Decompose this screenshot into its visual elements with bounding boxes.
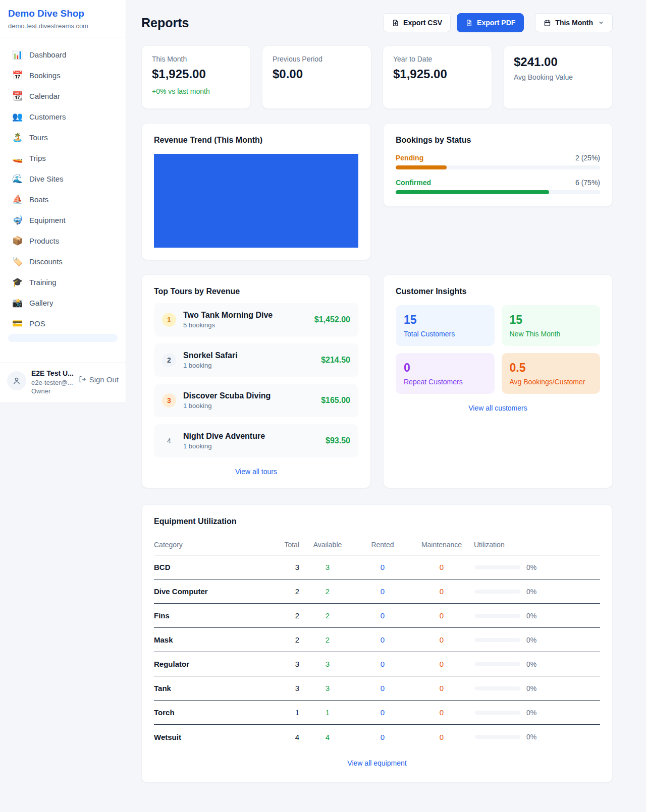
- sidebar-item-label: Discounts: [29, 257, 63, 266]
- utilization-percent: 0%: [526, 660, 536, 668]
- camera-icon: 📸: [12, 298, 22, 308]
- cell-total: 3: [263, 563, 299, 571]
- stat-label: Avg Booking Value: [514, 73, 602, 81]
- utilization-bar-track: [475, 711, 520, 715]
- cell-utilization: 0%: [474, 709, 600, 717]
- file-download-icon: [465, 19, 473, 27]
- cell-total: 3: [263, 660, 299, 668]
- table-row-fins: Fins 2 2 0 0 0%: [154, 604, 600, 628]
- sidebar-item-pos[interactable]: 💳 POS: [4, 313, 122, 334]
- cell-total: 2: [263, 587, 299, 596]
- view-all-tours-link[interactable]: View all tours: [154, 468, 358, 476]
- utilization-percent: 0%: [526, 709, 536, 717]
- stat-label: This Month: [152, 55, 240, 63]
- sidebar-item-equipment[interactable]: 🤿 Equipment: [4, 210, 122, 230]
- cell-total: 3: [263, 684, 299, 692]
- sign-out-button[interactable]: Sign Out: [78, 375, 119, 384]
- cell-maintenance: 0: [409, 660, 474, 668]
- cell-category: Fins: [154, 611, 263, 620]
- charts-row: Revenue Trend (This Month) Bookings by S…: [141, 123, 613, 260]
- sidebar-item-dashboard[interactable]: 📊 Dashboard: [4, 44, 122, 65]
- tour-name: Two Tank Morning Dive: [183, 311, 307, 320]
- cell-available: 4: [299, 733, 356, 741]
- rank-badge: 4: [162, 434, 176, 448]
- sidebar-item-dive-sites[interactable]: 🌊 Dive Sites: [4, 168, 122, 189]
- main-content: Reports Export CSV Export PDF This Month: [126, 0, 646, 803]
- table-row-dive-computer: Dive Computer 2 2 0 0 0%: [154, 579, 600, 604]
- cell-maintenance: 0: [409, 563, 474, 571]
- equipment-utilization-card: Equipment Utilization Category Total Ava…: [141, 504, 613, 783]
- cell-available: 1: [299, 708, 356, 717]
- insight-new-this-month: 15 New This Month: [502, 305, 601, 346]
- cell-category: Mask: [154, 635, 263, 644]
- utilization-percent: 0%: [526, 588, 536, 596]
- export-csv-button[interactable]: Export CSV: [383, 13, 451, 32]
- status-bar-fill-pending: [396, 165, 447, 169]
- sidebar-item-trips[interactable]: 🚤 Trips: [4, 148, 122, 168]
- page-header: Reports Export CSV Export PDF This Month: [141, 13, 613, 32]
- sidebar-item-training[interactable]: 🎓 Training: [4, 272, 122, 293]
- period-dropdown[interactable]: This Month: [535, 13, 613, 32]
- view-all-customers-link[interactable]: View all customers: [396, 404, 600, 412]
- stat-card-this-month: This Month $1,925.00 +0% vs last month: [141, 45, 251, 109]
- cell-category: Tank: [154, 684, 263, 692]
- table-row-tank: Tank 3 3 0 0 0%: [154, 676, 600, 701]
- export-pdf-button[interactable]: Export PDF: [457, 13, 524, 32]
- sidebar-item-label: Dashboard: [29, 50, 66, 59]
- tour-row-4[interactable]: 4 Night Dive Adventure 1 booking $93.50: [154, 424, 358, 457]
- utilization-bar-track: [475, 662, 520, 666]
- sidebar: Demo Dive Shop demo.test.divestreams.com…: [0, 0, 126, 402]
- status-count-pending: 2 (25%): [575, 154, 600, 162]
- table-row-bcd: BCD 3 3 0 0 0%: [154, 555, 600, 579]
- sidebar-item-discounts[interactable]: 🏷️ Discounts: [4, 251, 122, 272]
- sidebar-item-label: POS: [29, 319, 45, 328]
- cell-utilization: 0%: [474, 636, 600, 644]
- cell-total: 4: [263, 733, 299, 741]
- stat-card-year-to-date: Year to Date $1,925.00: [383, 45, 492, 109]
- tour-row-1[interactable]: 1 Two Tank Morning Dive 5 bookings $1,45…: [154, 303, 358, 336]
- cell-rented: 0: [356, 660, 409, 668]
- sidebar-item-reports-active-partial[interactable]: [8, 334, 118, 342]
- trips-speedboat-icon: 🚤: [12, 153, 22, 163]
- rank-badge: 3: [162, 393, 176, 408]
- sign-out-icon: [78, 375, 86, 383]
- tour-row-3[interactable]: 3 Discover Scuba Diving 1 booking $165.0…: [154, 384, 358, 417]
- utilization-bar-track: [475, 614, 520, 618]
- sidebar-item-label: Bookings: [29, 71, 61, 80]
- sidebar-item-bookings[interactable]: 📅 Bookings: [4, 65, 122, 86]
- col-maintenance: Maintenance: [409, 541, 474, 549]
- sidebar-item-boats[interactable]: ⛵ Boats: [4, 189, 122, 210]
- sidebar-item-products[interactable]: 📦 Products: [4, 230, 122, 251]
- equipment-table: Category Total Available Rented Maintena…: [154, 534, 600, 749]
- wave-icon: 🌊: [12, 173, 22, 184]
- sidebar-item-label: Tours: [29, 133, 48, 142]
- status-bar-track: [396, 190, 600, 194]
- rank-badge: 1: [162, 313, 176, 327]
- sidebar-item-customers[interactable]: 👥 Customers: [4, 106, 122, 127]
- user-meta: E2E Test U... e2e-tester@... Owner: [31, 369, 73, 396]
- insight-label: Total Customers: [404, 330, 487, 338]
- stat-label: Year to Date: [393, 55, 481, 63]
- insight-label: Avg Bookings/Customer: [510, 378, 593, 386]
- utilization-percent: 0%: [526, 636, 536, 644]
- credit-card-icon: 💳: [12, 318, 22, 329]
- stat-value: $1,925.00: [152, 67, 240, 81]
- tour-bookings: 1 booking: [183, 362, 314, 369]
- cell-maintenance: 0: [409, 611, 474, 620]
- period-label: This Month: [555, 19, 593, 27]
- file-download-icon: [392, 19, 399, 27]
- sidebar-item-calendar[interactable]: 📆 Calendar: [4, 86, 122, 106]
- sidebar-item-tours[interactable]: 🏝️ Tours: [4, 127, 122, 148]
- insight-value: 15: [510, 313, 593, 327]
- insight-value: 0: [404, 361, 487, 375]
- person-icon: [12, 376, 21, 385]
- tour-revenue: $93.50: [326, 436, 350, 445]
- sidebar-item-gallery[interactable]: 📸 Gallery: [4, 293, 122, 313]
- tour-row-2[interactable]: 2 Snorkel Safari 1 booking $214.50: [154, 343, 358, 377]
- cell-rented: 0: [356, 587, 409, 596]
- insight-avg-bookings: 0.5 Avg Bookings/Customer: [502, 353, 601, 394]
- sidebar-item-label: Gallery: [29, 299, 53, 307]
- insight-total-customers: 15 Total Customers: [396, 305, 495, 346]
- view-all-equipment-link[interactable]: View all equipment: [154, 759, 600, 767]
- user-name: E2E Test U...: [31, 369, 73, 377]
